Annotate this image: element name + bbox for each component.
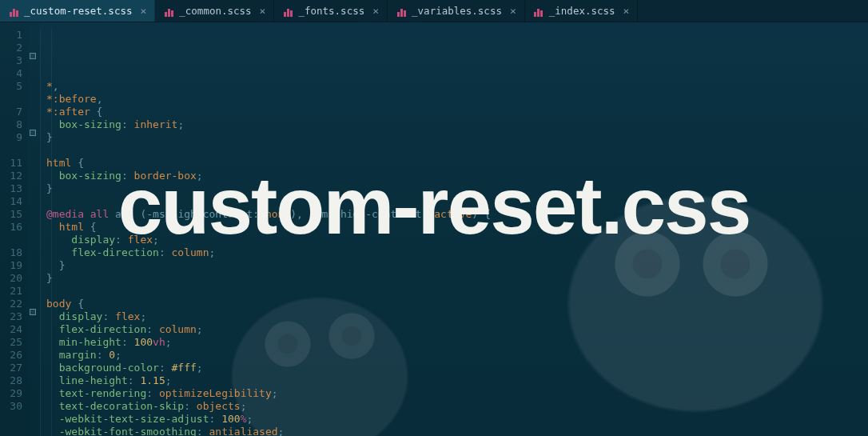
code-line[interactable]: } bbox=[46, 131, 491, 144]
code-line[interactable]: } bbox=[46, 272, 491, 285]
line-number-gutter: 1234578911121314151618192021222324252627… bbox=[0, 22, 27, 436]
line-number: 26 bbox=[0, 349, 27, 362]
line-number bbox=[0, 144, 27, 157]
line-number: 23 bbox=[0, 310, 27, 323]
tab-label: _variables.scss bbox=[412, 5, 502, 17]
code-line[interactable]: @media all and (-ms-high-contrast: none)… bbox=[46, 208, 491, 221]
code-line[interactable]: flex-direction: column; bbox=[46, 246, 491, 259]
line-number: 25 bbox=[0, 336, 27, 349]
code-line[interactable]: } bbox=[46, 182, 491, 195]
line-number: 18 bbox=[0, 246, 27, 259]
close-icon[interactable]: × bbox=[623, 5, 630, 17]
code-line[interactable]: body { bbox=[46, 298, 491, 310]
code-line[interactable] bbox=[46, 144, 491, 157]
code-line[interactable]: display: flex; bbox=[46, 310, 491, 323]
tab--custom-reset-scss[interactable]: _custom-reset.scss× bbox=[0, 0, 155, 22]
code-line[interactable]: } bbox=[46, 259, 491, 272]
line-number: 14 bbox=[0, 195, 27, 208]
tab-label: _fonts.scss bbox=[298, 5, 364, 17]
line-number: 29 bbox=[0, 387, 27, 400]
line-number: 8 bbox=[0, 118, 27, 131]
line-number: 27 bbox=[0, 362, 27, 374]
code-line[interactable]: text-decoration-skip: objects; bbox=[46, 400, 491, 413]
code-line[interactable]: display: flex; bbox=[46, 234, 491, 246]
code-line[interactable]: text-rendering: optimizeLegibility; bbox=[46, 387, 491, 400]
line-number: 7 bbox=[0, 106, 27, 118]
line-number bbox=[0, 234, 27, 246]
tab--index-scss[interactable]: _index.scss× bbox=[525, 0, 639, 22]
scss-file-icon bbox=[282, 6, 293, 17]
code-line[interactable]: box-sizing: inherit; bbox=[46, 118, 491, 131]
line-number: 24 bbox=[0, 323, 27, 336]
line-number: 21 bbox=[0, 285, 27, 298]
scss-file-icon bbox=[533, 6, 544, 17]
fold-marker-icon[interactable] bbox=[30, 53, 36, 59]
tab-label: _index.scss bbox=[549, 5, 615, 17]
line-number: 11 bbox=[0, 157, 27, 170]
line-number: 9 bbox=[0, 131, 27, 144]
line-number: 20 bbox=[0, 272, 27, 285]
code-line[interactable]: flex-direction: column; bbox=[46, 323, 491, 336]
scss-file-icon bbox=[396, 6, 407, 17]
fold-marker-icon[interactable] bbox=[30, 130, 36, 136]
tab-label: _custom-reset.scss bbox=[24, 5, 132, 17]
scss-file-icon bbox=[8, 6, 19, 17]
code-line[interactable]: html { bbox=[46, 157, 491, 170]
fold-marker-icon[interactable] bbox=[30, 309, 36, 315]
code-line[interactable]: background-color: #fff; bbox=[46, 362, 491, 374]
tab--fonts-scss[interactable]: _fonts.scss× bbox=[274, 0, 388, 22]
tab--variables-scss[interactable]: _variables.scss× bbox=[388, 0, 525, 22]
code-line[interactable]: line-height: 1.15; bbox=[46, 374, 491, 387]
tab-bar: _custom-reset.scss×_common.scss×_fonts.s… bbox=[0, 0, 868, 22]
line-number: 2 bbox=[0, 42, 27, 54]
close-icon[interactable]: × bbox=[372, 5, 379, 17]
scss-file-icon bbox=[163, 6, 174, 17]
line-number: 16 bbox=[0, 221, 27, 234]
code-line[interactable]: margin: 0; bbox=[46, 349, 491, 362]
code-editor[interactable]: 1234578911121314151618192021222324252627… bbox=[0, 22, 868, 436]
tab-label: _common.scss bbox=[179, 5, 251, 17]
code-line[interactable] bbox=[46, 195, 491, 208]
line-number: 1 bbox=[0, 29, 27, 42]
close-icon[interactable]: × bbox=[140, 5, 146, 17]
line-number: 13 bbox=[0, 182, 27, 195]
code-line[interactable]: -webkit-text-size-adjust: 100%; bbox=[46, 413, 491, 426]
close-icon[interactable]: × bbox=[510, 5, 516, 17]
line-number: 28 bbox=[0, 374, 27, 387]
line-number: 4 bbox=[0, 67, 27, 80]
line-number: 12 bbox=[0, 170, 27, 182]
code-line[interactable]: *, bbox=[46, 80, 491, 93]
line-number: 19 bbox=[0, 259, 27, 272]
line-number: 3 bbox=[0, 54, 27, 67]
code-area[interactable]: *,*:before,*:after { box-sizing: inherit… bbox=[40, 22, 491, 436]
code-line[interactable]: min-height: 100vh; bbox=[46, 336, 491, 349]
line-number: 22 bbox=[0, 298, 27, 310]
line-number: 30 bbox=[0, 400, 27, 413]
line-number: 5 bbox=[0, 80, 27, 93]
close-icon[interactable]: × bbox=[260, 5, 266, 17]
line-number bbox=[0, 93, 27, 106]
code-line[interactable] bbox=[46, 285, 491, 298]
tab--common-scss[interactable]: _common.scss× bbox=[155, 0, 274, 22]
line-number: 15 bbox=[0, 208, 27, 221]
fold-column bbox=[27, 22, 40, 436]
code-line[interactable]: -webkit-font-smoothing: antialiased; bbox=[46, 426, 491, 436]
code-line[interactable]: *:after { bbox=[46, 106, 491, 118]
code-line[interactable]: box-sizing: border-box; bbox=[46, 170, 491, 182]
code-line[interactable]: *:before, bbox=[46, 93, 491, 106]
code-line[interactable]: html { bbox=[46, 221, 491, 234]
